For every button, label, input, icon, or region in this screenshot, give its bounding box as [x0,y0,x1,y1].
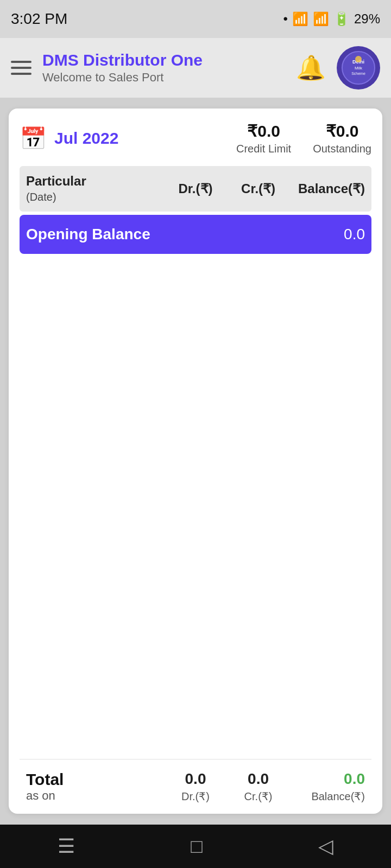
calendar-icon: 📅 [20,126,47,151]
amount-group: ₹0.0 Credit Limit ₹0.0 Outstanding [236,122,371,155]
credit-limit-item: ₹0.0 Credit Limit [236,122,291,155]
month-label: 📅 Jul 2022 [20,126,118,151]
total-label-section: Total as on [26,770,164,803]
status-icons: • 📶 📶 🔋 29% [283,11,380,27]
ledger-card: 📅 Jul 2022 ₹0.0 Credit Limit ₹0.0 Outsta… [9,108,382,814]
bottom-square-icon[interactable]: □ [191,835,203,858]
total-dr-section: 0.0 Dr.(₹) [164,770,227,803]
opening-balance-row: Opening Balance 0.0 [20,215,371,254]
outstanding-label: Outstanding [313,143,371,155]
bottom-nav: ☰ □ ◁ [0,825,391,868]
svg-point-5 [355,56,362,62]
table-header: Particular (Date) Dr.(₹) Cr.(₹) Balance(… [20,166,371,212]
col-dr-header: Dr.(₹) [164,181,227,196]
total-cr-value: 0.0 [227,770,290,788]
hamburger-menu-button[interactable] [11,61,31,75]
total-cr-section: 0.0 Cr.(₹) [227,770,290,803]
wifi-icon: 📶 [292,11,308,27]
opening-balance-value: 0.0 [164,226,365,243]
bottom-back-icon[interactable]: ◁ [318,835,333,858]
total-dr-value: 0.0 [164,770,227,788]
outstanding-item: ₹0.0 Outstanding [313,122,371,155]
signal-icon: 📶 [313,11,329,27]
status-bar: 3:02 PM • 📶 📶 🔋 29% [0,0,391,38]
total-balance-value: 0.0 [289,770,365,788]
battery-level: 29% [354,11,380,27]
app-title: DMS Distributor One [42,51,285,69]
col-particular-header: Particular (Date) [26,174,164,204]
dot-icon: • [283,11,288,27]
month-header: 📅 Jul 2022 ₹0.0 Credit Limit ₹0.0 Outsta… [20,122,371,155]
battery-charging-icon: 🔋 [333,11,350,27]
total-balance-section: 0.0 Balance(₹) [289,770,365,803]
total-dr-label: Dr.(₹) [164,790,227,803]
col-balance-header: Balance(₹) [289,181,365,196]
app-bar: DMS Distributor One Welcome to Sales Por… [0,38,391,98]
bottom-menu-icon[interactable]: ☰ [58,835,75,858]
credit-limit-value: ₹0.0 [236,122,291,141]
total-footer: Total as on 0.0 Dr.(₹) 0.0 Cr.(₹) 0.0 Ba… [20,759,371,814]
total-label: Total [26,770,164,789]
total-as-on: as on [26,789,164,803]
app-logo: Delhi Milk Scheme [337,46,380,90]
notification-bell-icon[interactable]: 🔔 [296,54,326,82]
svg-text:Scheme: Scheme [351,72,365,75]
month-text: Jul 2022 [54,129,118,148]
outstanding-value: ₹0.0 [313,122,371,141]
svg-text:Milk: Milk [355,66,363,71]
status-time: 3:02 PM [11,10,67,28]
total-cr-label: Cr.(₹) [227,790,290,803]
credit-limit-label: Credit Limit [236,143,291,155]
col-cr-header: Cr.(₹) [227,181,290,196]
opening-balance-label: Opening Balance [26,226,164,243]
total-balance-label: Balance(₹) [289,790,365,803]
main-content: 📅 Jul 2022 ₹0.0 Credit Limit ₹0.0 Outsta… [0,98,391,825]
app-subtitle: Welcome to Sales Port [42,71,285,85]
transactions-area [20,254,371,759]
app-title-section: DMS Distributor One Welcome to Sales Por… [42,51,285,85]
